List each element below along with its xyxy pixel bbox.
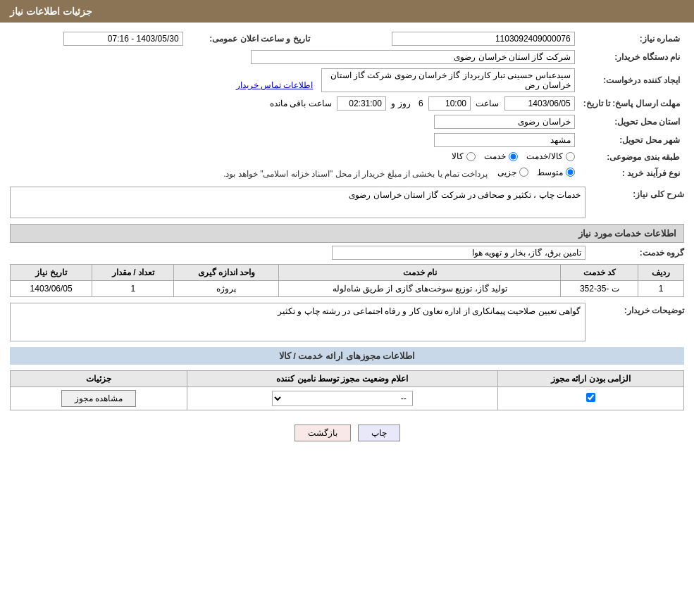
- tawsif-label: توضیحات خریدار:: [585, 303, 684, 315]
- dastgah-label: نام دستگاه خریدار:: [579, 48, 684, 66]
- radio-motovaset-label: متوسط: [537, 168, 563, 177]
- perm-col-eslam: اعلام وضعیت مجوز توسط نامین کننده: [187, 371, 497, 387]
- mohlet-roz-label: روز و: [391, 99, 410, 108]
- radio-khedmat: خدمت: [484, 151, 518, 161]
- noe-label: نوع فرآیند خرید :: [579, 165, 684, 182]
- bottom-buttons: چاپ بازگشت: [10, 425, 684, 441]
- col-tarikh: تاریخ نیاز: [11, 265, 92, 281]
- mohlet-roz-value: 6: [419, 99, 423, 108]
- radio-kala-label: کالا: [452, 151, 464, 161]
- services-table-head: ردیف کد خدمت نام خدمت واحد اندازه گیری ت…: [11, 265, 684, 281]
- cell-name: تولید گاز، توزیع سوخت‌های گازی از طریق ش…: [279, 281, 561, 297]
- radio-kala-input[interactable]: [466, 152, 476, 161]
- radio-kala: کالا: [452, 151, 476, 161]
- noe-desc: پرداخت تمام یا بخشی از مبلغ خریدار از مح…: [223, 169, 488, 179]
- cell-tarikh: 1403/06/05: [11, 281, 92, 297]
- col-tedad: تعداد / مقدار: [92, 265, 174, 281]
- perm-joziyat-cell: مشاهده مجوز: [11, 387, 187, 410]
- radio-jozei: جزیی: [497, 168, 528, 177]
- col-kod: کد خدمت: [561, 265, 638, 281]
- shomara-label: شماره نیاز:: [579, 30, 684, 48]
- ostan-value: خراسان رضوی: [434, 115, 575, 129]
- permissions-header: اطلاعات مجوزهای ارائه خدمت / کالا: [10, 347, 684, 365]
- radio-khedmat-label: خدمت: [484, 151, 506, 161]
- perm-col-elzam: الزامی بودن ارائه مجوز: [497, 371, 683, 387]
- radio-motovaset: متوسط: [537, 168, 575, 177]
- perm-elzam-checkbox[interactable]: [586, 393, 595, 402]
- services-table: ردیف کد خدمت نام خدمت واحد اندازه گیری ت…: [10, 264, 684, 297]
- radio-khedmat-input[interactable]: [509, 152, 518, 161]
- shahr-label: شهر محل تحویل:: [579, 131, 684, 149]
- radio-kalakhedmat-label: کالا/خدمت: [526, 151, 562, 161]
- page-wrapper: جزئیات اطلاعات نیاز شماره نیاز: 11030924…: [0, 0, 694, 616]
- radio-jozei-label: جزیی: [497, 168, 516, 177]
- ijad-row: ایجاد کننده درخواست: سیدعباس حسینی تبار …: [10, 66, 684, 94]
- tarikh-label: تاریخ و ساعت اعلان عمومی:: [187, 30, 314, 48]
- mohlet-saat: 10:00: [428, 96, 471, 111]
- page-title: جزئیات اطلاعات نیاز: [10, 6, 92, 17]
- perm-col-joziyat: جزئیات: [11, 371, 187, 387]
- mohlet-baqi-label: ساعت باقی مانده: [270, 99, 332, 108]
- khadamat-header: اطلاعات خدمات مورد نیاز: [10, 224, 684, 243]
- ijad-value: سیدعباس حسینی تبار کاربرداز گاز خراسان ر…: [321, 68, 575, 92]
- shahr-value: مشهد: [434, 133, 575, 147]
- main-content: شماره نیاز: 1103092409000076 تاریخ و ساع…: [0, 23, 694, 455]
- sharh-label: شرح کلی نیاز:: [585, 187, 684, 199]
- tabaqeh-label: طبقه بندی موضوعی:: [579, 149, 684, 165]
- services-header-row: ردیف کد خدمت نام خدمت واحد اندازه گیری ت…: [11, 265, 684, 281]
- perm-table-body: -- مشاهده مجوز: [11, 387, 684, 410]
- noe-row: نوع فرآیند خرید : جزیی متوسط پرداخت تمام…: [10, 165, 684, 182]
- sharh-section: شرح کلی نیاز: خدمات چاپ ، تکثیر و صحافی …: [10, 187, 684, 218]
- cell-tedad: 1: [92, 281, 174, 297]
- col-name: نام خدمت: [279, 265, 561, 281]
- col-vahed: واحد اندازه گیری: [174, 265, 279, 281]
- view-permit-button[interactable]: مشاهده مجوز: [61, 390, 136, 407]
- tabaqeh-radio-group: کالا خدمت کالا/خدمت: [452, 151, 574, 161]
- dastgah-row: نام دستگاه خریدار: شرکت گاز استان خراسان…: [10, 48, 684, 66]
- shahr-row: شهر محل تحویل: مشهد: [10, 131, 684, 149]
- perm-header-row: الزامی بودن ارائه مجوز اعلام وضعیت مجوز …: [11, 371, 684, 387]
- tabaqeh-row: طبقه بندی موضوعی: کالا خدمت: [10, 149, 684, 165]
- tarikh-value: 1403/05/30 - 07:16: [63, 32, 183, 46]
- dastgah-value: شرکت گاز استان خراسان رضوی: [251, 50, 575, 64]
- cell-vahed: پروژه: [174, 281, 279, 297]
- mohlet-date: 1403/06/05: [504, 96, 575, 111]
- perm-elzam-cell: [497, 387, 683, 410]
- gorohe-label: گروه خدمت:: [585, 248, 684, 258]
- radio-kala-khedmat: کالا/خدمت: [526, 151, 574, 161]
- sharh-value: خدمات چاپ ، تکثیر و صحافی در شرکت گاز اس…: [10, 187, 585, 218]
- ostan-row: استان محل تحویل: خراسان رضوی: [10, 113, 684, 131]
- gorohe-value: تامین برق، گاز، بخار و تهویه هوا: [332, 246, 585, 260]
- radio-kalakhedmat-input[interactable]: [566, 152, 575, 161]
- mohlet-baqi-value: 02:31:00: [337, 96, 386, 111]
- ostan-label: استان محل تحویل:: [579, 113, 684, 131]
- col-radif: ردیف: [638, 265, 684, 281]
- table-row: 1 ت -35-352 تولید گاز، توزیع سوخت‌های گا…: [11, 281, 684, 297]
- mohlet-row: مهلت ارسال پاسخ: تا تاریخ: 1403/06/05 سا…: [10, 94, 684, 113]
- noe-radio-group: جزیی متوسط: [497, 168, 575, 177]
- back-button[interactable]: بازگشت: [295, 425, 351, 441]
- perm-eslam-select[interactable]: --: [272, 391, 413, 406]
- ijad-label: ایجاد کننده درخواست:: [579, 66, 684, 94]
- mohlet-saat-label: ساعت: [476, 99, 499, 108]
- ijad-link[interactable]: اطلاعات تماس خریدار: [236, 80, 314, 90]
- services-table-body: 1 ت -35-352 تولید گاز، توزیع سوخت‌های گا…: [11, 281, 684, 297]
- mohlet-label: مهلت ارسال پاسخ: تا تاریخ:: [579, 94, 684, 113]
- print-button[interactable]: چاپ: [358, 425, 400, 441]
- perm-row: -- مشاهده مجوز: [11, 387, 684, 410]
- shomara-value: 1103092409000076: [392, 32, 575, 46]
- perm-table-head: الزامی بودن ارائه مجوز اعلام وضعیت مجوز …: [11, 371, 684, 387]
- perm-eslam-cell: --: [187, 387, 497, 410]
- tawsif-value: گواهی تعیین صلاحیت پیمانکاری از اداره تع…: [10, 303, 585, 341]
- radio-jozei-input[interactable]: [519, 168, 528, 177]
- radio-motovaset-input[interactable]: [566, 168, 575, 177]
- gorohe-row: گروه خدمت: تامین برق، گاز، بخار و تهویه …: [10, 246, 684, 260]
- niaz-info-table: شماره نیاز: 1103092409000076 تاریخ و ساع…: [10, 30, 684, 181]
- shomara-row: شماره نیاز: 1103092409000076 تاریخ و ساع…: [10, 30, 684, 48]
- cell-radif: 1: [638, 281, 684, 297]
- page-header: جزئیات اطلاعات نیاز: [0, 0, 694, 23]
- permissions-table: الزامی بودن ارائه مجوز اعلام وضعیت مجوز …: [10, 370, 684, 410]
- tawsif-section: توضیحات خریدار: گواهی تعیین صلاحیت پیمان…: [10, 303, 684, 341]
- cell-kod: ت -35-352: [561, 281, 638, 297]
